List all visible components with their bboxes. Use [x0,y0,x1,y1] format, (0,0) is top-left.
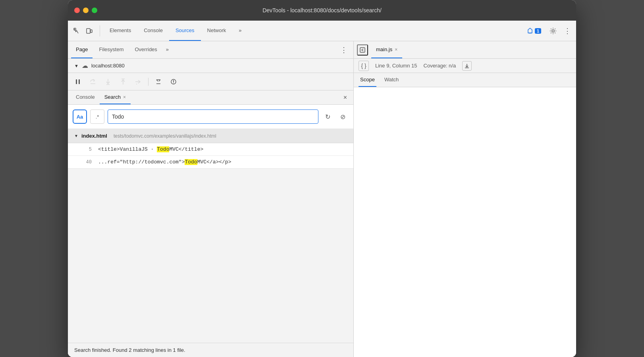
result-line-1[interactable]: 5 <title>VanillaJS · TodoMVC</title> [68,143,353,156]
minimize-button[interactable] [83,8,89,13]
sub-tabs: Page Filesystem Overrides » ⋮ [68,41,353,59]
tab-console-panel[interactable]: Console [71,90,100,104]
tab-overrides[interactable]: Overrides [130,41,162,58]
tab-page[interactable]: Page [71,41,93,58]
svg-rect-6 [76,79,77,84]
editor-area [354,87,576,357]
result-file-path: tests/todomvc.com/examples/vanillajs/ind… [114,133,216,139]
svg-rect-2 [91,30,92,33]
scope-watch-tabs: Scope Watch [354,73,576,87]
file-tree-row: ▼ ☁ localhost:8080 [68,59,353,73]
svg-rect-1 [87,29,90,33]
svg-rect-18 [173,83,174,83]
step-over-button[interactable] [88,77,98,87]
deactivate-breakpoints-button[interactable] [153,77,164,87]
editor-tabs: main.js × [354,41,576,59]
tool-icons [71,25,100,36]
line-number-1: 5 [81,147,92,152]
result-expand-icon: ▼ [74,134,78,138]
maximize-button[interactable] [92,8,97,13]
server-icon: ☁ [82,62,88,69]
tab-console[interactable]: Console [137,21,169,41]
match-highlight-1: Todo [157,146,169,152]
left-panel: Page Filesystem Overrides » ⋮ ▼ ☁ localh… [68,41,354,357]
tab-elements[interactable]: Elements [103,21,137,41]
refresh-search-button[interactable]: ↻ [322,111,334,123]
cursor-position: Line 9, Column 15 [375,63,417,69]
more-options-icon[interactable]: ⋮ [562,25,573,36]
breadcrumb-button[interactable] [357,44,368,56]
devtools-window: DevTools - localhost:8080/docs/devtools/… [68,0,576,357]
use-regex-button[interactable]: .* [90,109,104,124]
line-content-1: <title>VanillaJS · TodoMVC</title> [98,146,203,152]
format-button[interactable]: { } [359,61,369,71]
title-bar: DevTools - localhost:8080/docs/devtools/… [68,0,576,21]
tree-collapse-icon[interactable]: ▼ [74,63,79,68]
match-case-button[interactable]: Aa [73,109,87,124]
editor-tab-main-js[interactable]: main.js × [371,41,402,58]
svg-rect-7 [79,79,80,84]
search-status: Search finished. Found 2 matching lines … [68,343,353,357]
settings-icon[interactable] [548,25,559,36]
traffic-lights [74,8,97,13]
match-highlight-2: Todo [185,159,197,165]
tab-sources[interactable]: Sources [169,21,201,41]
editor-status-bar: { } Line 9, Column 15 Coverage: n/a [354,59,576,73]
devtools-body: Elements Console Sources Network » 1 [68,21,576,357]
result-line-2[interactable]: 40 ...ref="http://todomvc.com">TodoMVC</… [68,156,353,169]
tab-search-panel[interactable]: Search × [100,90,131,104]
clear-search-button[interactable]: ⊘ [337,111,349,123]
close-button[interactable] [74,8,80,13]
notifications-button[interactable]: 1 [524,26,544,36]
panel-tabs: Console Search × × [68,90,353,105]
download-button[interactable] [462,61,472,71]
tab-network[interactable]: Network [201,21,233,41]
svg-rect-17 [173,80,174,82]
tab-filesystem[interactable]: Filesystem [94,41,128,58]
svg-point-5 [552,30,554,32]
main-toolbar: Elements Console Sources Network » 1 [68,21,576,41]
svg-rect-19 [360,48,365,52]
close-panel-button[interactable]: × [340,94,350,101]
search-input-row: Aa .* ↻ ⊘ [68,105,353,129]
device-toolbar-icon[interactable] [84,25,95,36]
pause-on-exceptions-button[interactable] [168,77,179,87]
coverage-label: Coverage: n/a [424,63,456,69]
search-input[interactable] [108,109,318,124]
close-editor-tab[interactable]: × [395,47,397,52]
inspect-icon[interactable] [71,25,82,36]
debug-separator [148,78,148,86]
main-tab-bar: Elements Console Sources Network » [103,21,522,41]
sub-tabs-more[interactable]: » [164,41,171,58]
toolbar-right: 1 ⋮ [524,25,573,36]
step-out-button[interactable] [118,77,128,87]
sub-tabs-menu[interactable]: ⋮ [338,46,350,54]
line-number-2: 40 [81,159,92,165]
host-label: localhost:8080 [91,63,125,69]
search-results: ▼ index.html tests/todomvc.com/examples/… [68,129,353,343]
notification-count: 1 [535,28,541,34]
pause-button[interactable] [73,77,83,87]
tab-more[interactable]: » [232,21,248,41]
editor-file-name: main.js [376,46,392,52]
search-panel: Aa .* ↻ ⊘ ▼ index.html tests/tod [68,105,353,357]
tab-scope[interactable]: Scope [359,73,376,87]
tab-watch[interactable]: Watch [383,73,400,87]
close-search-tab[interactable]: × [123,95,126,100]
step-into-button[interactable] [103,77,113,87]
line-content-2: ...ref="http://todomvc.com">TodoMVC</a><… [98,159,231,165]
result-file-name: index.html [81,133,107,139]
debug-toolbar [68,73,353,90]
result-file-header[interactable]: ▼ index.html tests/todomvc.com/examples/… [68,129,353,143]
right-panel: main.js × { } Line 9, Column 15 Coverage… [354,41,576,357]
search-actions: ↻ ⊘ [322,111,349,123]
window-title: DevTools - localhost:8080/docs/devtools/… [262,7,382,13]
step-button[interactable] [133,77,143,87]
main-content: Page Filesystem Overrides » ⋮ ▼ ☁ localh… [68,41,576,357]
